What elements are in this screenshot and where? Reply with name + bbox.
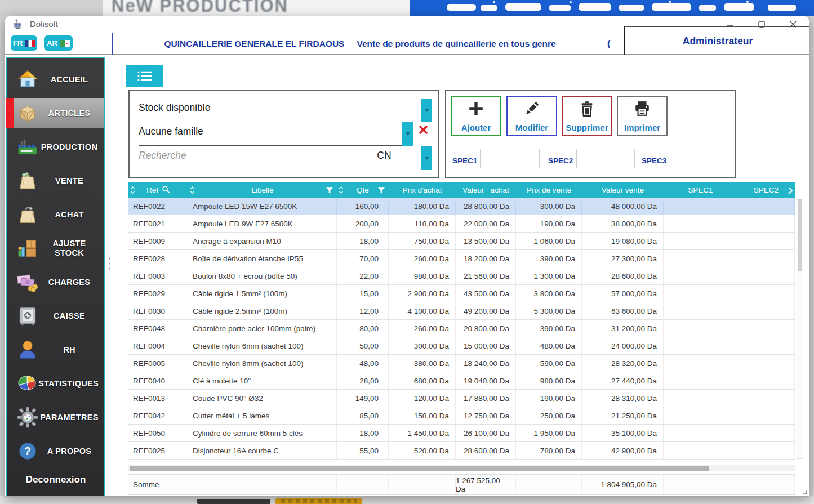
- table-cell: Ancrage à expansion M10: [188, 233, 337, 250]
- sidebar-item-achat[interactable]: ACHAT: [7, 199, 104, 230]
- table-cell: 149,00: [337, 390, 389, 407]
- sort-carets-icon[interactable]: [130, 186, 135, 196]
- sidebar-item-rh[interactable]: RH: [7, 334, 104, 365]
- table-cell: 480,00 Da: [516, 337, 582, 355]
- sidebar-item-charges[interactable]: CHARGES: [7, 267, 104, 297]
- sum-empty-cell: [737, 475, 795, 494]
- column-header-qt-[interactable]: Qté: [337, 182, 389, 198]
- sidebar-item-production[interactable]: PRODUCTION: [7, 132, 104, 162]
- spec2-input[interactable]: [576, 149, 635, 168]
- articles-table-header[interactable]: RéfLibelléQtéPrix d'achatValeur_ achatPr…: [128, 182, 795, 198]
- table-row[interactable]: REF0028Boîte de dérivation étanche IP557…: [128, 250, 795, 267]
- sidebar-item-label: A PROPOS: [40, 447, 104, 456]
- horizontal-scrollbar-thumb[interactable]: [130, 466, 709, 471]
- print-button[interactable]: Imprimer: [617, 96, 668, 136]
- sort-carets-icon[interactable]: [190, 186, 195, 196]
- company-tagline: Vente de produits de quincaillerie en to…: [357, 39, 555, 49]
- plus-icon: [468, 100, 484, 117]
- table-cell: [664, 250, 737, 267]
- table-row[interactable]: REF0030Câble rigide 2.5mm² (100m)12,004 …: [128, 302, 795, 320]
- column-header-valeur-achat[interactable]: Valeur_ achat: [456, 182, 516, 198]
- spec2-label: SPEC2: [548, 157, 573, 165]
- table-row[interactable]: REF0050Cylindre de serrure 60mm 5 clés18…: [128, 425, 795, 442]
- table-cell: 50,00: [337, 337, 389, 355]
- column-header-spec2[interactable]: SPEC2: [737, 182, 795, 198]
- table-row[interactable]: REF0048Charnière porte acier 100mm (pair…: [128, 320, 795, 337]
- lang-fr-label: FR: [13, 39, 23, 47]
- table-cell: REF0025: [128, 442, 188, 460]
- filter-funnel-icon[interactable]: [377, 186, 385, 196]
- vertical-scrollbar-thumb[interactable]: [798, 199, 802, 271]
- table-cell: 43 500,00 Da: [456, 285, 516, 302]
- table-row[interactable]: REF0029Câble rigide 1.5mm² (100m)15,002 …: [128, 285, 795, 302]
- table-row[interactable]: REF0021Ampoule LED 9W E27 6500K200,00110…: [128, 215, 795, 233]
- table-cell: REF0004: [128, 337, 188, 355]
- table-cell: 750,00 Da: [389, 233, 456, 250]
- table-row[interactable]: REF0013Coude PVC 90° Ø32149,00120,00 Da1…: [128, 390, 795, 407]
- search-column-icon[interactable]: [162, 185, 170, 195]
- sidebar-item-statistiques[interactable]: STATISTIQUES: [7, 368, 104, 399]
- column-header-libell-[interactable]: Libellé: [188, 182, 337, 198]
- table-cell: [664, 267, 737, 285]
- table-row[interactable]: REF0004Cheville nylon 6mm (sachet 100)50…: [128, 337, 795, 355]
- sidebar-item-label: VENTE: [40, 176, 104, 186]
- sidebar-item-ajuste-stock[interactable]: AJUSTE STOCK: [7, 233, 104, 264]
- column-header-r-f[interactable]: Réf: [128, 182, 188, 198]
- sidebar-item-label: CHARGES: [40, 278, 104, 287]
- logout-button[interactable]: Deconnexion: [7, 474, 104, 496]
- sidebar-item-articles[interactable]: ARTICLES: [7, 98, 104, 128]
- column-header-spec1[interactable]: SPEC1: [664, 182, 737, 198]
- language-ar-button[interactable]: AR: [44, 35, 73, 51]
- sort-carets-icon[interactable]: [339, 186, 344, 196]
- language-fr-button[interactable]: FR: [11, 35, 37, 51]
- filter-funnel-icon[interactable]: [326, 186, 333, 196]
- search-mode-dropdown-button[interactable]: [421, 146, 432, 170]
- add-button[interactable]: Ajouter: [451, 96, 501, 136]
- window-resize-grip[interactable]: [803, 490, 807, 494]
- splitter-handle[interactable]: [108, 257, 111, 270]
- family-filter-dropdown-button[interactable]: [402, 122, 413, 146]
- table-cell: 18 240,00 Da: [456, 355, 516, 372]
- table-cell: 22,00: [337, 267, 389, 285]
- table-cell: Clé à molette 10": [188, 372, 337, 390]
- table-row[interactable]: REF0003Boulon 8x80 + écrou (boîte 50)22,…: [128, 267, 795, 285]
- family-filter-select[interactable]: Aucune famille: [139, 126, 203, 137]
- delete-button[interactable]: Supprimer: [562, 96, 612, 136]
- stock-filter-select[interactable]: Stock disponible: [139, 102, 210, 114]
- search-input[interactable]: Recherche: [139, 150, 186, 162]
- table-row[interactable]: REF0022Ampoule LED 15W E27 6500K160,0018…: [128, 198, 795, 215]
- table-row[interactable]: REF0040Clé à molette 10"28,00680,00 Da19…: [128, 372, 795, 390]
- stock-filter-dropdown-button[interactable]: [421, 99, 432, 122]
- spec1-label: SPEC1: [452, 157, 477, 165]
- sidebar-item-a-propos[interactable]: ?A PROPOS: [7, 436, 104, 466]
- horizontal-scrollbar[interactable]: [128, 465, 795, 471]
- sidebar-item-accueil[interactable]: ACCUEIL: [7, 64, 104, 95]
- vertical-scrollbar[interactable]: [797, 198, 803, 459]
- column-header-prix-d-achat[interactable]: Prix d'achat: [389, 182, 456, 198]
- list-view-tab[interactable]: [126, 65, 163, 87]
- sidebar-item-vente[interactable]: VENTE: [7, 166, 104, 196]
- sidebar-item-label: AJUSTE STOCK: [40, 239, 104, 257]
- column-header-valeur-vente[interactable]: Valeur vente: [582, 182, 664, 198]
- column-header-label: Prix de vente: [527, 186, 571, 194]
- spec3-input[interactable]: [670, 149, 728, 168]
- sidebar-item-parametres[interactable]: PARAMETRES: [7, 402, 104, 432]
- spec1-input[interactable]: [480, 149, 540, 168]
- table-row[interactable]: REF0009Ancrage à expansion M1018,00750,0…: [128, 233, 795, 250]
- sidebar-item-caisse[interactable]: CAISSE: [7, 301, 104, 331]
- scroll-right-icon[interactable]: [788, 186, 794, 197]
- table-row[interactable]: REF0025Disjoncteur 16A courbe C55,00520,…: [128, 442, 795, 460]
- table-row[interactable]: REF0005Cheville nylon 8mm (sachet 100)48…: [128, 355, 795, 372]
- table-row[interactable]: REF0042Cutter métal + 5 lames85,00150,00…: [128, 407, 795, 425]
- table-cell: [737, 285, 795, 302]
- table-cell: 21 250,00 Da: [582, 407, 664, 425]
- trash-icon: [579, 100, 595, 117]
- edit-button[interactable]: Modifier: [506, 96, 557, 136]
- table-cell: [737, 250, 795, 267]
- table-cell: [664, 390, 737, 407]
- column-header-prix-de-vente[interactable]: Prix de vente: [516, 182, 582, 198]
- table-cell: 20 800,00 Da: [456, 320, 516, 337]
- table-cell: Cylindre de serrure 60mm 5 clés: [188, 425, 337, 442]
- search-mode-select[interactable]: CN: [353, 150, 416, 162]
- clear-family-filter-icon[interactable]: [418, 124, 429, 135]
